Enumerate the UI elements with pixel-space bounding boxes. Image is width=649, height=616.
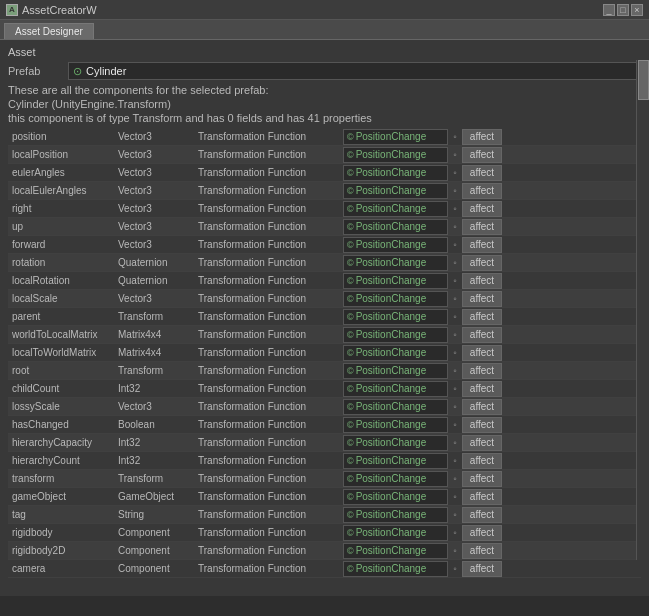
- row-dropdown[interactable]: © PositionChange: [343, 219, 448, 235]
- row-dropdown[interactable]: © PositionChange: [343, 201, 448, 217]
- table-row: forward Vector3 Transformation Function …: [8, 236, 641, 254]
- scrollbar-track[interactable]: [636, 60, 649, 560]
- prefab-input[interactable]: ⊙ Cylinder: [68, 62, 641, 80]
- row-dot: ◦: [448, 491, 462, 502]
- row-affect-cell: affect: [462, 489, 506, 505]
- affect-button[interactable]: affect: [462, 165, 502, 181]
- row-affect-cell: affect: [462, 417, 506, 433]
- row-dropdown[interactable]: © PositionChange: [343, 237, 448, 253]
- affect-button[interactable]: affect: [462, 399, 502, 415]
- row-dropdown[interactable]: © PositionChange: [343, 345, 448, 361]
- row-name: position: [8, 131, 118, 142]
- row-dropdown[interactable]: © PositionChange: [343, 543, 448, 559]
- row-type: Matrix4x4: [118, 329, 198, 340]
- row-dot: ◦: [448, 329, 462, 340]
- tab-bar: Asset Designer: [0, 20, 649, 40]
- affect-button[interactable]: affect: [462, 147, 502, 163]
- row-dropdown[interactable]: © PositionChange: [343, 561, 448, 577]
- row-dropdown[interactable]: © PositionChange: [343, 327, 448, 343]
- affect-button[interactable]: affect: [462, 327, 502, 343]
- row-dropdown[interactable]: © PositionChange: [343, 363, 448, 379]
- affect-button[interactable]: affect: [462, 219, 502, 235]
- row-affect-cell: affect: [462, 435, 506, 451]
- row-type: Component: [118, 527, 198, 538]
- row-dot: ◦: [448, 185, 462, 196]
- affect-button[interactable]: affect: [462, 201, 502, 217]
- dropdown-icon: ©: [347, 150, 354, 160]
- affect-button[interactable]: affect: [462, 525, 502, 541]
- row-dot: ◦: [448, 167, 462, 178]
- dropdown-value: PositionChange: [356, 437, 427, 448]
- row-transform: Transformation Function: [198, 185, 343, 196]
- row-dot: ◦: [448, 365, 462, 376]
- row-transform: Transformation Function: [198, 311, 343, 322]
- row-dropdown[interactable]: © PositionChange: [343, 417, 448, 433]
- table-row: root Transform Transformation Function ©…: [8, 362, 641, 380]
- affect-button[interactable]: affect: [462, 363, 502, 379]
- affect-button[interactable]: affect: [462, 489, 502, 505]
- dropdown-icon: ©: [347, 528, 354, 538]
- scrollbar-thumb[interactable]: [638, 60, 649, 100]
- affect-button[interactable]: affect: [462, 561, 502, 577]
- dropdown-value: PositionChange: [356, 545, 427, 556]
- minimize-button[interactable]: _: [603, 4, 615, 16]
- dropdown-icon: ©: [347, 384, 354, 394]
- maximize-button[interactable]: □: [617, 4, 629, 16]
- row-dropdown[interactable]: © PositionChange: [343, 255, 448, 271]
- affect-button[interactable]: affect: [462, 471, 502, 487]
- row-type: Int32: [118, 455, 198, 466]
- affect-button[interactable]: affect: [462, 453, 502, 469]
- row-affect-cell: affect: [462, 525, 506, 541]
- affect-button[interactable]: affect: [462, 273, 502, 289]
- affect-button[interactable]: affect: [462, 237, 502, 253]
- affect-button[interactable]: affect: [462, 309, 502, 325]
- row-name: right: [8, 203, 118, 214]
- row-dropdown[interactable]: © PositionChange: [343, 129, 448, 145]
- row-dropdown[interactable]: © PositionChange: [343, 183, 448, 199]
- table-row: rigidbody Component Transformation Funct…: [8, 524, 641, 542]
- row-dropdown[interactable]: © PositionChange: [343, 525, 448, 541]
- prefab-value: Cylinder: [86, 65, 126, 77]
- row-dot: ◦: [448, 275, 462, 286]
- tab-asset-designer[interactable]: Asset Designer: [4, 23, 94, 39]
- close-button[interactable]: ×: [631, 4, 643, 16]
- affect-button[interactable]: affect: [462, 183, 502, 199]
- affect-button[interactable]: affect: [462, 543, 502, 559]
- row-dropdown[interactable]: © PositionChange: [343, 471, 448, 487]
- row-name: localRotation: [8, 275, 118, 286]
- row-type: Component: [118, 563, 198, 574]
- dropdown-icon: ©: [347, 420, 354, 430]
- affect-button[interactable]: affect: [462, 291, 502, 307]
- affect-button[interactable]: affect: [462, 435, 502, 451]
- row-name: rigidbody2D: [8, 545, 118, 556]
- dropdown-icon: ©: [347, 474, 354, 484]
- row-type: Vector3: [118, 149, 198, 160]
- row-dropdown[interactable]: © PositionChange: [343, 309, 448, 325]
- row-dropdown[interactable]: © PositionChange: [343, 453, 448, 469]
- table-row: up Vector3 Transformation Function © Pos…: [8, 218, 641, 236]
- row-type: Vector3: [118, 221, 198, 232]
- affect-button[interactable]: affect: [462, 345, 502, 361]
- dropdown-icon: ©: [347, 492, 354, 502]
- affect-button[interactable]: affect: [462, 129, 502, 145]
- row-dropdown[interactable]: © PositionChange: [343, 381, 448, 397]
- row-dropdown[interactable]: © PositionChange: [343, 273, 448, 289]
- row-dropdown[interactable]: © PositionChange: [343, 489, 448, 505]
- row-dropdown[interactable]: © PositionChange: [343, 165, 448, 181]
- affect-button[interactable]: affect: [462, 381, 502, 397]
- dropdown-value: PositionChange: [356, 275, 427, 286]
- row-name: worldToLocalMatrix: [8, 329, 118, 340]
- row-type: Transform: [118, 473, 198, 484]
- row-dropdown[interactable]: © PositionChange: [343, 147, 448, 163]
- row-dropdown[interactable]: © PositionChange: [343, 291, 448, 307]
- affect-button[interactable]: affect: [462, 507, 502, 523]
- window-controls[interactable]: _ □ ×: [603, 4, 643, 16]
- affect-button[interactable]: affect: [462, 255, 502, 271]
- row-dot: ◦: [448, 545, 462, 556]
- row-dropdown[interactable]: © PositionChange: [343, 399, 448, 415]
- row-dot: ◦: [448, 239, 462, 250]
- row-dropdown[interactable]: © PositionChange: [343, 507, 448, 523]
- row-dropdown[interactable]: © PositionChange: [343, 435, 448, 451]
- affect-button[interactable]: affect: [462, 417, 502, 433]
- table-row: lossyScale Vector3 Transformation Functi…: [8, 398, 641, 416]
